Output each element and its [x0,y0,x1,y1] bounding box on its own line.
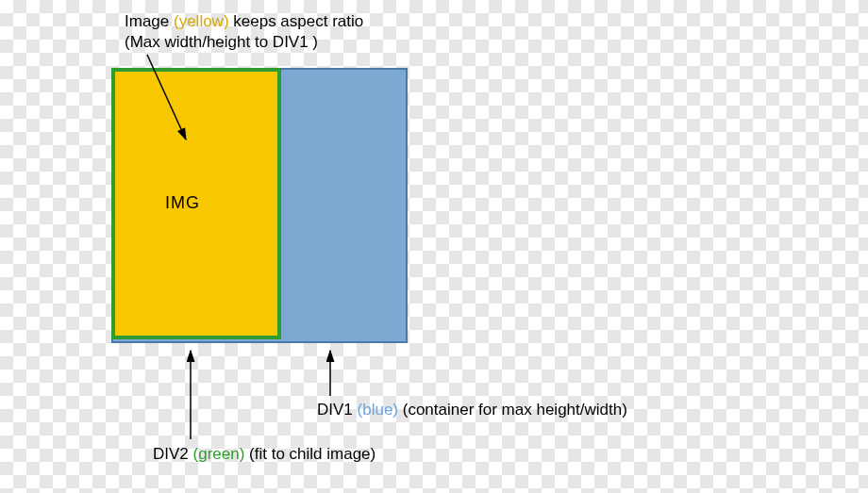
top-caption-line2: (Max width/height to DIV1 ) [125,33,318,51]
img-label: IMG [165,193,200,213]
div2-caption-green: (green) [193,445,245,463]
div2-caption: DIV2 (green) (fit to child image) [153,445,376,464]
top-caption: Image (yellow) keeps aspect ratio (Max w… [125,11,363,53]
div2-caption-a: DIV2 [153,445,193,463]
top-caption-line1-b: keeps aspect ratio [229,12,364,30]
div1-caption-blue: (blue) [358,401,398,419]
div1-caption-a: DIV1 [317,401,358,419]
div1-caption-b: (container for max height/width) [398,401,627,419]
div1-caption: DIV1 (blue) (container for max height/wi… [317,401,627,419]
div2-caption-b: (fit to child image) [244,445,376,463]
top-caption-line1-a: Image [125,12,174,30]
top-caption-yellow: (yellow) [174,12,229,30]
